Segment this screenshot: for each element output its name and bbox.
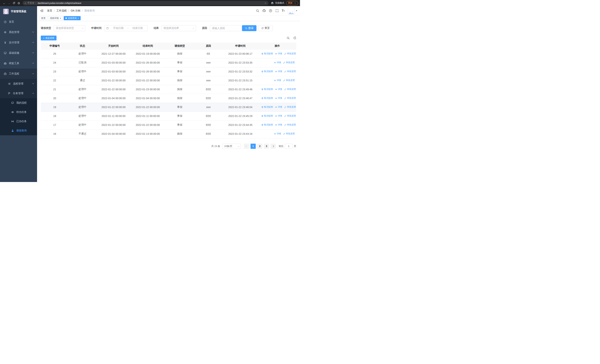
prev-page-button[interactable] <box>244 144 249 149</box>
browser-update-button[interactable]: 更新 ⋮ <box>286 1 298 5</box>
reason-input[interactable] <box>210 25 241 31</box>
start-date-placeholder[interactable]: 开始日期 <box>110 27 126 30</box>
cell-apply-id: 25 <box>41 49 69 58</box>
row-action-detail[interactable]: 详情 <box>274 132 281 135</box>
row-action-progress[interactable]: 审批进度 <box>283 61 295 64</box>
sidebar-toggle-icon[interactable] <box>40 9 44 13</box>
sidebar-item-home[interactable]: 首页 <box>0 17 37 27</box>
chevron-down-icon <box>32 52 34 53</box>
leave-type-select[interactable]: 请选择请假类型 <box>54 25 85 31</box>
row-action-detail[interactable]: 详情 <box>275 105 282 109</box>
gear-icon <box>4 31 7 34</box>
row-action-progress[interactable]: 审批进度 <box>283 132 295 135</box>
sidebar-item-process-management[interactable]: 流程管理 <box>0 79 37 89</box>
end-date-placeholder[interactable]: 结束日期 <box>130 27 146 30</box>
row-action-cancel[interactable]: 取消请假 <box>261 52 273 55</box>
list-icon <box>8 82 11 85</box>
row-action-detail[interactable]: 详情 <box>274 79 281 82</box>
row-action-detail[interactable]: 详情 <box>275 88 282 91</box>
row-action-progress[interactable]: 审批进度 <box>284 105 296 109</box>
row-action-cancel[interactable]: 取消请假 <box>261 114 273 118</box>
sidebar-item-infrastructure[interactable]: 基础设施 <box>0 48 37 58</box>
address-bar[interactable]: ⚠ 不安全 dashboard.yudao.iocoder.cn/bpm/oa/… <box>23 1 269 5</box>
row-action-detail[interactable]: 详情 <box>275 123 282 126</box>
sidebar-item-payment[interactable]: 支付管理 <box>0 37 37 48</box>
table-search-toggle-icon[interactable] <box>287 37 290 39</box>
row-action-cancel[interactable]: 取消请假 <box>261 123 273 126</box>
refresh-icon <box>261 27 264 29</box>
table-row: 25 处理中 2021-12-27 00:00:00 2022-01-19 00… <box>41 49 296 58</box>
apply-time-range-picker[interactable]: 开始日期 - 结束日期 <box>104 25 148 31</box>
browser-reload-icon[interactable] <box>11 1 16 6</box>
row-action-detail[interactable]: 详情 <box>274 61 281 64</box>
next-page-button[interactable] <box>271 144 276 149</box>
browser-menu-icon[interactable]: ⋮ <box>294 2 296 4</box>
row-action-progress[interactable]: 审批进度 <box>283 79 295 82</box>
sidebar-item-workflow[interactable]: 工作流程 <box>0 69 37 79</box>
tab-process-detail[interactable]: 流程详情 × <box>48 16 63 20</box>
goto-page-input[interactable] <box>285 144 293 149</box>
row-action-detail[interactable]: 详情 <box>275 114 282 118</box>
row-action-detail[interactable]: 详情 <box>275 52 282 55</box>
create-leave-button[interactable]: + 发起请假 <box>41 36 56 40</box>
search-button[interactable]: 搜索 <box>242 25 256 31</box>
tab-home[interactable]: 首页 <box>39 16 47 20</box>
user-menu[interactable]: ▾ <box>288 7 297 14</box>
row-action-cancel[interactable]: 取消请假 <box>261 105 273 109</box>
page-button-1[interactable]: 1 <box>251 144 256 149</box>
page-size-select[interactable]: 10条/页 <box>222 144 241 149</box>
sidebar-item-system[interactable]: 系统管理 <box>0 27 37 37</box>
cell-start-time: 2022-01-22 00:00:00 <box>96 85 131 94</box>
breadcrumb-item-workflow[interactable]: 工作流程 <box>56 9 67 12</box>
row-action-progress[interactable]: 审批进度 <box>284 97 296 100</box>
tab-leave-query[interactable]: 请假查询 × <box>64 16 81 20</box>
sidebar-item-devtools[interactable]: 研发工具 <box>0 58 37 69</box>
table-refresh-icon[interactable] <box>293 37 296 39</box>
result-select[interactable]: 请选择流结果 <box>161 25 196 31</box>
cell-status: 不通过 <box>69 129 96 138</box>
row-action-detail[interactable]: 详情 <box>275 97 282 100</box>
sidebar-item-done-tasks[interactable]: 已办任务 <box>0 117 37 126</box>
toolbox-icon <box>4 62 7 65</box>
browser-home-icon[interactable] <box>16 1 21 6</box>
app-logo[interactable]: 芋道管理系统 <box>0 6 37 17</box>
browser-forward-icon[interactable]: → <box>7 1 11 6</box>
page-button-3[interactable]: 3 <box>264 144 269 149</box>
fullscreen-icon[interactable] <box>275 9 279 12</box>
close-icon[interactable]: × <box>60 17 61 19</box>
search-icon[interactable] <box>256 9 259 12</box>
row-action-progress[interactable]: 审批进度 <box>284 123 296 126</box>
column-header-reason: 原因 <box>195 43 222 49</box>
row-action-progress[interactable]: 审批进度 <box>284 52 296 55</box>
github-icon[interactable] <box>262 9 266 12</box>
row-action-cancel[interactable]: 取消请假 <box>261 97 273 100</box>
avatar <box>288 7 295 14</box>
close-icon[interactable]: × <box>78 17 79 19</box>
cell-actions: 取消请假详情审批进度 <box>258 49 296 58</box>
page-button-2[interactable]: 2 <box>257 144 262 149</box>
chevron-down-icon <box>238 145 239 147</box>
browser-back-icon[interactable]: ← <box>2 1 7 6</box>
font-size-icon[interactable]: TT <box>282 9 285 12</box>
reset-button[interactable]: 重置 <box>258 25 273 31</box>
row-action-cancel[interactable]: 取消请假 <box>261 88 273 91</box>
row-action-progress[interactable]: 审批进度 <box>284 70 296 73</box>
sidebar-item-my-process[interactable]: 我的流程 <box>0 98 37 107</box>
help-icon[interactable] <box>269 9 272 12</box>
bookmark-star-icon[interactable]: ☆ <box>264 2 267 5</box>
cell-leave-type: 事假 <box>165 67 195 76</box>
row-action-detail[interactable]: 详情 <box>275 70 282 73</box>
cell-leave-type: 事假 <box>165 112 195 121</box>
sidebar-item-task-management[interactable]: 任务管理 <box>0 89 37 98</box>
done-tasks-icon <box>11 120 14 123</box>
column-header-end-time: 结束时间 <box>131 43 165 49</box>
breadcrumb-item-oa-example[interactable]: OA 示例 <box>71 9 80 12</box>
sidebar-item-todo-tasks[interactable]: 待办任务 <box>0 107 37 117</box>
sidebar-item-leave-query[interactable]: 请假查询 <box>0 126 37 135</box>
cell-apply-id: 20 <box>41 94 69 103</box>
breadcrumb-item-home[interactable]: 首页 <box>47 9 52 12</box>
cell-actions: 详情审批进度 <box>258 129 296 138</box>
row-action-progress[interactable]: 审批进度 <box>284 88 296 91</box>
row-action-progress[interactable]: 审批进度 <box>284 114 296 118</box>
row-action-cancel[interactable]: 取消请假 <box>261 70 273 73</box>
